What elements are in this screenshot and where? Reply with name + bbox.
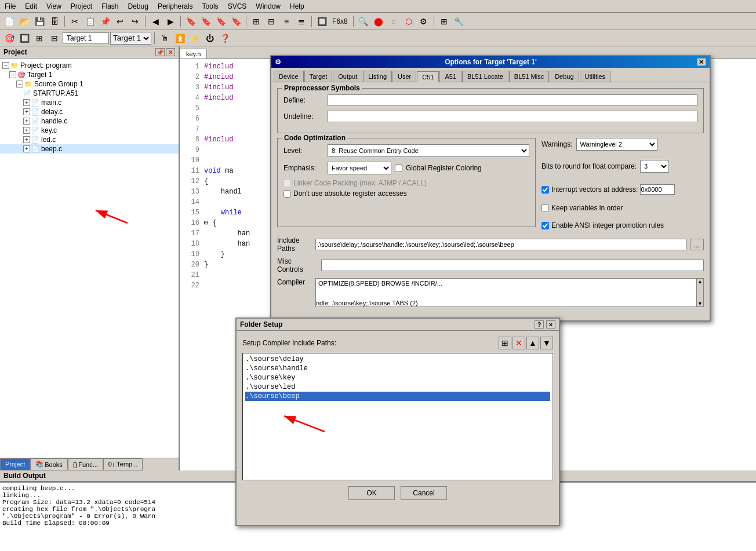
- dtab-target[interactable]: Target: [304, 71, 333, 82]
- tab-func[interactable]: {} Func...: [68, 458, 103, 470]
- warnings-select[interactable]: Warninglevel 2: [576, 138, 657, 151]
- menu-file[interactable]: File: [0, 1, 20, 12]
- define-input[interactable]: [328, 94, 697, 106]
- indent-btn[interactable]: ⊞: [249, 14, 263, 28]
- folder-close-btn[interactable]: ×: [546, 320, 555, 329]
- folder-up-btn[interactable]: ▲: [526, 337, 539, 349]
- new-btn[interactable]: 📄: [2, 14, 16, 28]
- led-expand[interactable]: +: [23, 136, 30, 143]
- format2-btn[interactable]: ≣: [295, 14, 308, 28]
- beep-expand[interactable]: +: [23, 145, 30, 152]
- folder-new-btn[interactable]: ⊞: [499, 337, 511, 349]
- path-list[interactable]: .\sourse\delay .\sourse\handle .\sourse\…: [242, 353, 553, 480]
- tab-project[interactable]: Project: [0, 458, 30, 470]
- format-btn[interactable]: ≡: [279, 14, 293, 28]
- redo-btn[interactable]: ↪: [128, 14, 142, 28]
- dtab-utilities[interactable]: Utilities: [580, 71, 610, 82]
- menu-flash[interactable]: Flash: [97, 1, 123, 12]
- bookmark-btn[interactable]: 🔖: [184, 14, 198, 28]
- bits-float-select[interactable]: 3: [640, 160, 669, 173]
- root-expand[interactable]: −: [2, 62, 9, 69]
- tab-key-h[interactable]: key.h: [180, 49, 207, 59]
- include-paths-input[interactable]: [315, 239, 686, 250]
- dtab-a51[interactable]: A51: [439, 71, 461, 82]
- paste-btn[interactable]: 📌: [98, 14, 112, 28]
- view-btn[interactable]: ⊞: [437, 14, 451, 28]
- outdent-btn[interactable]: ⊟: [264, 14, 278, 28]
- level-select[interactable]: 8: Reuse Common Entry Code: [328, 144, 529, 157]
- keep-variables-checkbox[interactable]: [541, 205, 549, 212]
- save-btn[interactable]: 💾: [32, 14, 46, 28]
- scroll-up[interactable]: ▲: [697, 279, 703, 284]
- tab-temp[interactable]: 0↓ Temp...: [103, 458, 143, 470]
- tree-root[interactable]: − 📁 Project: program: [0, 61, 179, 70]
- dtab-bl51-locate[interactable]: BL51 Locate: [462, 71, 508, 82]
- nav-back-btn[interactable]: ◀: [148, 14, 162, 28]
- stop-btn[interactable]: ⬤: [372, 14, 386, 28]
- dtab-user[interactable]: User: [392, 71, 416, 82]
- bookmark2-btn[interactable]: 🔖: [199, 14, 213, 28]
- menu-view[interactable]: View: [42, 1, 66, 12]
- folder-delete-btn[interactable]: ✕: [513, 337, 525, 349]
- nav-fwd-btn[interactable]: ▶: [163, 14, 177, 28]
- include-paths-browse-btn[interactable]: ...: [690, 239, 704, 250]
- undefine-input[interactable]: [328, 111, 697, 122]
- dtab-bl51-misc[interactable]: BL51 Misc: [509, 71, 549, 82]
- menu-debug[interactable]: Debug: [123, 1, 153, 12]
- cursor-btn[interactable]: 🖱: [158, 31, 172, 45]
- enable-ansi-checkbox[interactable]: [541, 222, 549, 229]
- power-btn[interactable]: ⏻: [203, 31, 217, 45]
- tree-target[interactable]: − 🎯 Target 1: [0, 70, 179, 79]
- bookmark3-btn[interactable]: 🔖: [214, 14, 228, 28]
- copy-btn[interactable]: 📋: [83, 14, 97, 28]
- interrupt-vectors-input[interactable]: [640, 184, 675, 195]
- folder-down-btn[interactable]: ▼: [540, 337, 553, 349]
- flash-btn[interactable]: ⚡: [188, 31, 202, 45]
- no-absolute-checkbox[interactable]: [284, 190, 291, 198]
- main-expand[interactable]: +: [23, 99, 30, 106]
- delay-expand[interactable]: +: [23, 108, 30, 115]
- tree-source-group[interactable]: − 📁 Source Group 1: [0, 79, 179, 89]
- emphasis-select[interactable]: Favor speed: [328, 162, 391, 174]
- interrupt-vectors-checkbox[interactable]: [541, 186, 549, 194]
- menu-help[interactable]: Help: [285, 1, 309, 12]
- target-dropdown[interactable]: Target 1: [110, 32, 151, 45]
- dtab-output[interactable]: Output: [333, 71, 362, 82]
- tree-file-led[interactable]: + 📄 led.c: [0, 135, 179, 144]
- scroll-down[interactable]: ▼: [697, 301, 703, 306]
- cut-btn[interactable]: ✂: [68, 14, 82, 28]
- tree-file-startup[interactable]: 📄 STARTUP.A51: [0, 89, 179, 98]
- folder-ok-btn[interactable]: OK: [348, 486, 395, 500]
- handle-expand[interactable]: +: [23, 118, 30, 125]
- pin-btn[interactable]: 📌: [155, 48, 165, 56]
- menu-tools[interactable]: Tools: [198, 1, 223, 12]
- target-expand[interactable]: −: [9, 71, 16, 78]
- close-panel-btn[interactable]: ✕: [166, 48, 175, 56]
- tools2-btn[interactable]: 🔧: [452, 14, 466, 28]
- menu-peripherals[interactable]: Peripherals: [153, 1, 198, 12]
- tree-file-key[interactable]: + 📄 key.c: [0, 126, 179, 135]
- dtab-device[interactable]: Device: [274, 71, 304, 82]
- tree-file-handle[interactable]: + 📄 handle.c: [0, 116, 179, 126]
- path-item-1[interactable]: .\sourse\handle: [245, 364, 550, 373]
- tab-books[interactable]: 📚 Books: [30, 458, 68, 470]
- connect-btn[interactable]: ⬡: [402, 14, 416, 28]
- misc-controls-input[interactable]: [321, 260, 704, 271]
- path-item-4[interactable]: .\sourse\beep: [245, 392, 550, 401]
- dtab-debug[interactable]: Debug: [550, 71, 579, 82]
- folder-cancel-btn[interactable]: Cancel: [401, 486, 447, 500]
- linker-packing-checkbox[interactable]: [284, 180, 291, 187]
- tree-file-beep[interactable]: + 📄 beep.c: [0, 144, 179, 154]
- dtab-listing[interactable]: Listing: [363, 71, 392, 82]
- settings-btn[interactable]: ⚙: [417, 14, 431, 28]
- path-item-2[interactable]: .\sourse\key: [245, 373, 550, 382]
- path-item-3[interactable]: .\sourse\led: [245, 382, 550, 392]
- undo-btn[interactable]: ↩: [113, 14, 127, 28]
- save-all-btn[interactable]: 🗄: [48, 14, 61, 28]
- menu-project[interactable]: Project: [66, 1, 97, 12]
- open-btn[interactable]: 📂: [17, 14, 31, 28]
- menu-edit[interactable]: Edit: [20, 1, 42, 12]
- compiler-scrollbar[interactable]: ▲ ▼: [696, 279, 703, 306]
- dtab-c51[interactable]: C51: [417, 71, 439, 82]
- options-dialog[interactable]: ⚙ Options for Target 'Target 1' ✕ Device…: [270, 55, 711, 322]
